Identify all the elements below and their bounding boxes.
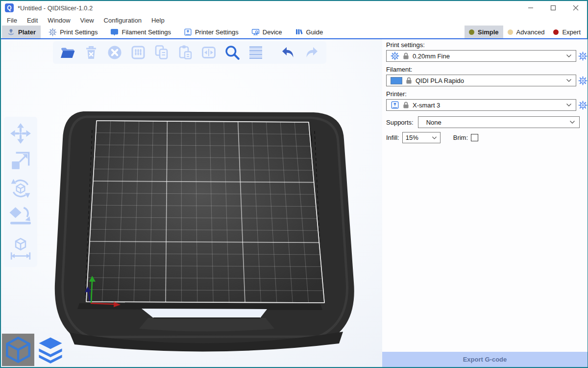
lock-icon [403, 101, 409, 109]
tab-device[interactable]: Device [246, 26, 287, 38]
tab-printer-settings[interactable]: Printer Settings [179, 26, 244, 38]
menu-edit[interactable]: Edit [24, 17, 41, 24]
arrange-icon [130, 45, 146, 60]
split-button[interactable] [199, 43, 219, 62]
delete-all-icon [107, 45, 122, 60]
measure-button[interactable] [9, 237, 32, 260]
printer-edit-button[interactable] [578, 101, 588, 110]
menu-help[interactable]: Help [148, 17, 168, 24]
view-toolbar [2, 334, 67, 366]
menu-file[interactable]: File [3, 17, 21, 24]
tab-filament-settings-label: Filament Settings [122, 28, 171, 36]
tab-guide[interactable]: Guide [290, 26, 328, 38]
search-icon [223, 44, 241, 61]
3d-viewport[interactable] [1, 39, 382, 367]
print-settings-label: Print settings: [386, 41, 588, 49]
sidebar: Print settings: 0.20mm Fine Filament: QI… [382, 39, 588, 367]
printer-value: X-smart 3 [413, 102, 440, 109]
brim-label: Brim: [453, 134, 468, 141]
gear-icon [578, 101, 588, 110]
infill-label: Infill: [386, 134, 399, 141]
print-settings-gear-icon [49, 28, 57, 36]
measure-icon [9, 237, 32, 260]
place-on-face-icon [9, 205, 32, 227]
menu-view[interactable]: View [77, 17, 98, 24]
chevron-down-icon [432, 136, 437, 140]
mode-advanced[interactable]: Advanced [503, 26, 549, 38]
open-button[interactable] [58, 43, 77, 62]
maximize-button[interactable] [542, 1, 564, 15]
tab-plater-label: Plater [18, 28, 36, 36]
delete-all-button[interactable] [105, 43, 124, 62]
filament-combo[interactable]: QIDI PLA Rapido [386, 75, 576, 86]
print-settings-edit-button[interactable] [578, 52, 588, 61]
brim-checkbox[interactable] [471, 134, 478, 141]
chevron-down-icon [566, 54, 572, 58]
printer-label: Printer: [386, 90, 588, 98]
chevron-down-icon [566, 103, 572, 107]
close-button[interactable] [564, 1, 587, 15]
mode-simple[interactable]: Simple [465, 26, 503, 38]
supports-combo[interactable]: None [418, 116, 580, 128]
place-on-face-button[interactable] [9, 204, 32, 228]
search-button[interactable] [222, 43, 242, 62]
rotate-icon [9, 177, 32, 200]
tab-device-label: Device [263, 28, 282, 36]
printer-small-icon [391, 101, 399, 109]
tab-printer-settings-label: Printer Settings [195, 28, 239, 36]
delete-trash-icon [83, 45, 99, 60]
preview-layers-icon [36, 336, 65, 364]
split-icon [200, 45, 217, 60]
undo-button[interactable] [278, 43, 298, 62]
copy-button[interactable] [152, 43, 172, 62]
filament-label: Filament: [386, 66, 588, 73]
paste-button[interactable] [175, 43, 195, 62]
lock-icon [406, 77, 412, 84]
filament-edit-button[interactable] [578, 76, 588, 85]
minimize-icon [528, 5, 534, 11]
move-button[interactable] [9, 122, 32, 145]
gear-icon [578, 76, 588, 85]
export-gcode-button[interactable]: Export G-code [382, 352, 588, 367]
tab-plater[interactable]: Plater [2, 26, 41, 38]
arrange-button[interactable] [128, 43, 148, 62]
menubar: File Edit Window View Configuration Help [1, 15, 587, 26]
close-icon [573, 5, 579, 11]
advanced-mode-dot-icon [508, 29, 513, 35]
profile-gear-icon [391, 52, 399, 60]
printer-icon [184, 28, 192, 36]
preview-view-button[interactable] [34, 334, 67, 366]
main-toolbar [53, 41, 326, 64]
rotate-button[interactable] [9, 177, 32, 200]
lock-icon [403, 52, 409, 60]
tab-print-settings-label: Print Settings [60, 28, 98, 36]
infill-combo[interactable]: 15% [402, 132, 441, 143]
scale-button[interactable] [9, 149, 32, 173]
open-folder-icon [59, 45, 76, 60]
editor-view-button[interactable] [2, 334, 34, 366]
print-bed [1, 39, 382, 367]
chevron-down-icon [566, 79, 572, 82]
tab-print-settings[interactable]: Print Settings [44, 26, 102, 38]
mode-expert[interactable]: Expert [549, 26, 585, 38]
delete-button[interactable] [81, 43, 101, 62]
minimize-button[interactable] [519, 1, 542, 15]
mode-expert-label: Expert [562, 28, 581, 36]
print-settings-value: 0.20mm Fine [413, 53, 450, 60]
tab-filament-settings[interactable]: Filament Settings [105, 26, 175, 38]
tabbar: Plater Print Settings Filament Settings … [1, 26, 587, 39]
infill-value: 15% [406, 134, 418, 141]
redo-button[interactable] [302, 43, 321, 62]
print-settings-combo[interactable]: 0.20mm Fine [386, 50, 576, 62]
variable-layer-height-button[interactable] [246, 43, 266, 62]
layer-stripes-icon [247, 45, 264, 60]
undo-icon [280, 45, 296, 60]
mode-advanced-label: Advanced [516, 28, 545, 36]
tab-guide-label: Guide [306, 28, 323, 36]
expert-mode-dot-icon [553, 29, 559, 35]
menu-configuration[interactable]: Configuration [100, 17, 145, 24]
printer-combo[interactable]: X-smart 3 [386, 99, 576, 111]
paste-icon [177, 45, 194, 60]
gizmo-toolbar [4, 117, 37, 267]
menu-window[interactable]: Window [44, 17, 74, 24]
